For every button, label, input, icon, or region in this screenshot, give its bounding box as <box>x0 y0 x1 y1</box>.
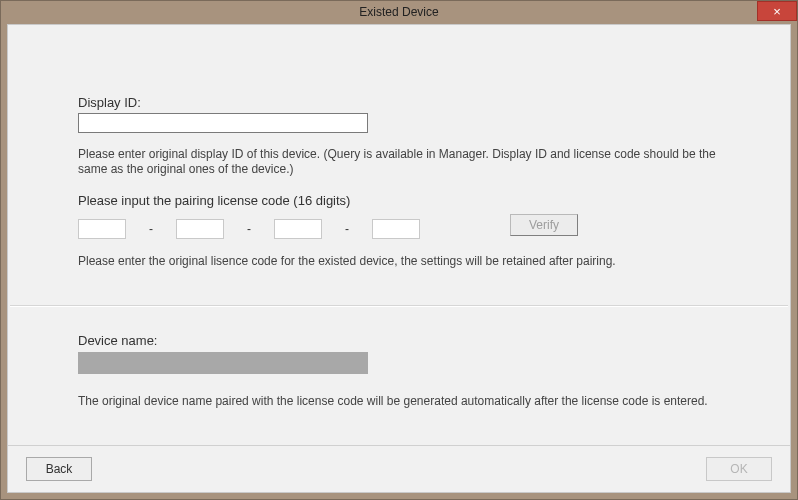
titlebar: Existed Device × <box>1 1 797 23</box>
license-code-input-4[interactable] <box>372 219 420 239</box>
license-code-input-2[interactable] <box>176 219 224 239</box>
close-button[interactable]: × <box>757 1 797 21</box>
license-code-section: Please input the pairing license code (1… <box>78 193 720 268</box>
display-id-label: Display ID: <box>78 95 720 110</box>
license-code-row: - - - Verify <box>78 218 720 240</box>
device-name-section: Device name: The original device name pa… <box>78 333 720 408</box>
device-name-output <box>78 352 368 374</box>
code-separator: - <box>322 222 372 236</box>
code-separator: - <box>224 222 274 236</box>
license-code-label: Please input the pairing license code (1… <box>78 193 720 208</box>
back-button[interactable]: Back <box>26 457 92 481</box>
license-code-input-1[interactable] <box>78 219 126 239</box>
verify-button[interactable]: Verify <box>510 214 578 236</box>
dialog-footer: Back OK <box>8 445 790 492</box>
section-divider <box>10 305 788 307</box>
display-id-help: Please enter original display ID of this… <box>78 147 720 177</box>
code-separator: - <box>126 222 176 236</box>
client-area: Display ID: Please enter original displa… <box>7 24 791 493</box>
device-name-label: Device name: <box>78 333 720 348</box>
license-code-help: Please enter the original lisence code f… <box>78 254 720 268</box>
device-name-help: The original device name paired with the… <box>78 394 720 408</box>
ok-button[interactable]: OK <box>706 457 772 481</box>
dialog-window: Existed Device × Display ID: Please ente… <box>0 0 798 500</box>
license-code-input-3[interactable] <box>274 219 322 239</box>
window-title: Existed Device <box>359 1 438 23</box>
close-icon: × <box>773 4 781 19</box>
display-id-input[interactable] <box>78 113 368 133</box>
display-id-section: Display ID: Please enter original displa… <box>78 95 720 177</box>
